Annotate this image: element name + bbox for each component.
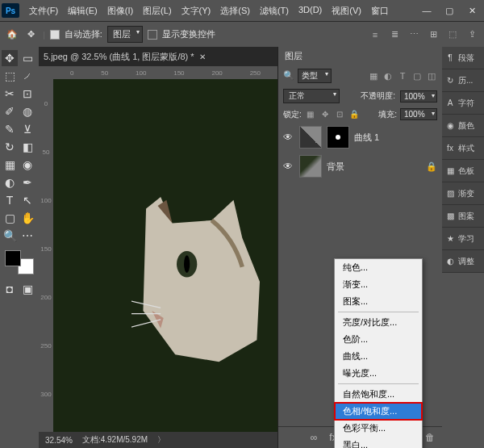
collapsed-panel-tab[interactable]: fx样式 [442,137,484,160]
context-menu-item[interactable]: 渐变... [335,276,422,293]
document-tab[interactable]: 5.jpeg @ 32.5% (曲线 1, 图层蒙版/8) * ✕ [39,47,277,66]
context-menu-item[interactable]: 曲线... [335,348,422,365]
collapsed-panel-tab[interactable]: ▨渐变 [442,182,484,205]
foreground-color[interactable] [5,250,21,266]
layer-name[interactable]: 曲线 1 [354,132,379,144]
context-menu-item[interactable]: 黑白... [335,437,422,448]
filter-adjust-icon[interactable]: ◐ [382,70,394,82]
distribute-icon[interactable]: ⊞ [426,27,440,42]
frame-tool[interactable]: ⊡ [19,86,35,102]
eraser-tool[interactable]: ◧ [19,139,35,155]
brush-tool[interactable]: ✎ [2,121,18,137]
layer-row[interactable]: 👁 曲线 1 [278,123,442,152]
filter-type-dropdown[interactable]: 类型 [298,69,332,83]
context-menu-item[interactable]: 自然饱和度... [335,386,422,403]
screen-mode-tool[interactable]: ▣ [19,281,35,297]
edit-toolbar[interactable]: ⋯ [19,228,35,244]
menu-item[interactable]: 文件(F) [24,5,63,17]
menu-item[interactable]: 选择(S) [215,5,255,17]
shape-tool[interactable]: ▢ [2,210,18,226]
collapsed-panel-tab[interactable]: ▦色板 [442,160,484,182]
collapsed-panel-tab[interactable]: ¶段落 [442,47,484,69]
link-layers-button[interactable]: ∞ [307,430,321,445]
menu-item[interactable]: 视图(V) [327,5,366,17]
share-icon[interactable]: ⇪ [465,27,479,42]
adjustment-thumb[interactable] [299,126,322,149]
layer-name[interactable]: 背景 [327,161,344,173]
menu-item[interactable]: 编辑(E) [63,5,102,17]
dodge-tool[interactable]: ◐ [2,174,18,191]
path-tool[interactable]: ↖ [19,192,35,208]
align-center-icon[interactable]: ≣ [387,27,402,42]
visibility-icon[interactable]: 👁 [283,161,294,172]
collapsed-panel-tab[interactable]: ◐调整 [442,250,484,273]
layer-row[interactable]: 👁 背景 🔒 [278,152,442,181]
context-menu-item[interactable]: 纯色... [335,259,422,276]
artboard-tool[interactable]: ▭ [19,50,35,66]
filter-smart-icon[interactable]: ◫ [426,70,437,82]
lock-position-icon[interactable]: ✥ [319,109,331,120]
collapsed-panel-tab[interactable]: A字符 [442,92,484,115]
collapsed-panel-tab[interactable]: ★学习 [442,228,484,250]
layer-thumb[interactable] [299,155,322,178]
history-brush-tool[interactable]: ↻ [2,139,18,155]
context-menu-item[interactable]: 图案... [335,293,422,310]
opacity-dropdown[interactable]: 100% [400,90,437,103]
type-tool[interactable]: T [2,192,18,208]
menu-item[interactable]: 图像(I) [102,5,138,17]
filter-type-icon[interactable]: T [397,70,408,82]
home-icon[interactable]: 🏠 [5,27,19,42]
align-right-icon[interactable]: ⋯ [407,27,421,42]
menu-item[interactable]: 图层(L) [138,5,176,17]
search-icon[interactable]: 🔍 [283,70,294,82]
canvas[interactable] [53,79,277,432]
visibility-icon[interactable]: 👁 [283,132,294,143]
eyedropper-tool[interactable]: ✐ [2,103,18,119]
hand-tool[interactable]: ✋ [19,210,35,226]
align-left-icon[interactable]: ≡ [368,27,382,42]
lock-artboard-icon[interactable]: ⊡ [334,109,345,120]
delete-layer-button[interactable]: 🗑 [423,430,437,445]
show-transform-checkbox[interactable] [148,30,157,40]
menu-item[interactable]: 滤镜(T) [255,5,294,17]
3d-mode-icon[interactable]: ⬚ [445,27,460,42]
move-tool[interactable]: ✥ [2,50,18,66]
filter-shape-icon[interactable]: ▢ [411,70,423,82]
tab-close-icon[interactable]: ✕ [199,52,206,61]
collapsed-panel-tab[interactable]: ◉颜色 [442,115,484,137]
lasso-tool[interactable]: ⟋ [19,68,35,84]
color-swatch[interactable] [5,250,34,274]
healing-tool[interactable]: ◍ [19,103,35,119]
menu-item[interactable]: 窗口 [366,5,394,17]
auto-select-checkbox[interactable] [50,30,60,40]
status-chevron-icon[interactable]: 〉 [157,434,165,446]
mask-thumb[interactable] [327,126,349,149]
blend-mode-dropdown[interactable]: 正常 [283,89,340,103]
menu-item[interactable]: 3D(D) [294,5,327,17]
minimize-button[interactable]: — [416,2,437,19]
filter-pixel-icon[interactable]: ▦ [368,70,379,82]
collapsed-panel-tab[interactable]: ▩图案 [442,205,484,228]
gradient-tool[interactable]: ▦ [2,157,18,173]
pen-tool[interactable]: ✒ [19,174,35,191]
menu-item[interactable]: 文字(Y) [177,5,216,17]
quick-mask-tool[interactable]: ◘ [2,281,18,297]
stamp-tool[interactable]: ⊻ [19,121,35,137]
context-menu-item[interactable]: 色相/饱和度... [335,403,422,420]
lock-all-icon[interactable]: 🔒 [348,109,360,120]
lock-pixels-icon[interactable]: ▦ [305,109,316,120]
zoom-tool[interactable]: 🔍 [2,228,18,244]
collapsed-panel-tab[interactable]: ↻历... [442,69,484,92]
maximize-button[interactable]: ▢ [439,2,460,19]
context-menu-item[interactable]: 亮度/对比度... [335,314,422,331]
auto-select-target-dropdown[interactable]: 图层 [107,26,143,43]
blur-tool[interactable]: ◉ [19,157,35,173]
context-menu-item[interactable]: 色彩平衡... [335,420,422,437]
context-menu-item[interactable]: 曝光度... [335,365,422,382]
close-button[interactable]: ✕ [461,2,482,19]
context-menu-item[interactable]: 色阶... [335,331,422,348]
marquee-tool[interactable]: ⬚ [2,68,18,84]
layers-panel-tab[interactable]: 图层 [278,47,442,65]
crop-tool[interactable]: ✂ [2,86,18,102]
fill-dropdown[interactable]: 100% [400,108,437,120]
